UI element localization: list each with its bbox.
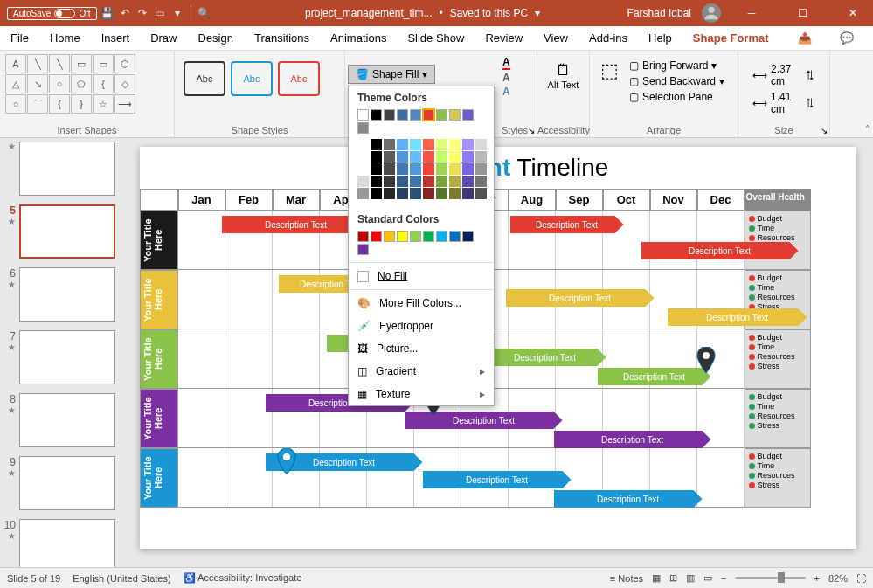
standard-swatch[interactable] [423,231,434,242]
shade-swatch[interactable] [462,151,474,163]
shade-swatch[interactable] [384,151,395,163]
fit-to-window-icon[interactable]: ⛶ [856,573,866,584]
shade-swatch[interactable] [384,188,395,199]
arrange-icon[interactable]: ⬚ [600,59,619,82]
timeline-bar[interactable]: Description Text [554,490,703,508]
zoom-level[interactable]: 82% [828,573,848,584]
reading-view-icon[interactable]: ▥ [686,572,695,584]
timeline-bar[interactable]: Description Text [510,216,624,233]
search-icon[interactable]: 🔍 [197,6,211,20]
timeline-bar[interactable]: Description Text [506,289,655,307]
menu-transitions[interactable]: Transitions [244,31,320,45]
comments-icon[interactable]: 💬 [829,31,864,45]
zoom-in-icon[interactable]: + [814,573,820,584]
theme-swatch[interactable] [397,109,408,121]
shade-swatch[interactable] [462,139,474,150]
shade-swatch[interactable] [449,163,461,175]
slideshow-icon[interactable]: ▭ [153,6,167,20]
menu-view[interactable]: View [533,31,579,45]
text-effects-icon[interactable]: A [502,86,510,98]
shade-swatch[interactable] [449,188,461,199]
standard-swatch[interactable] [357,244,369,255]
send-backward-button[interactable]: ▢ Send Backward ▾ [624,73,730,89]
share-icon[interactable]: 📤 [787,31,822,45]
zoom-out-icon[interactable]: − [721,573,726,584]
shade-swatch[interactable] [384,163,395,175]
theme-swatch[interactable] [462,109,474,121]
sorter-view-icon[interactable]: ⊞ [669,572,677,584]
shade-swatch[interactable] [397,188,408,199]
no-fill-item[interactable]: No Fill [349,265,494,287]
menu-animations[interactable]: Animations [320,31,397,45]
timeline-bar[interactable]: Description Text [598,368,711,385]
standard-swatch[interactable] [357,231,369,242]
shade-swatch[interactable] [436,188,447,199]
theme-swatch[interactable] [423,109,434,121]
selection-pane-button[interactable]: ▢ Selection Pane [624,89,730,105]
gradient-item[interactable]: ◫Gradient▸ [349,360,494,383]
shade-swatch[interactable] [371,163,382,175]
shade-swatch[interactable] [449,176,461,187]
timeline-bar[interactable]: Description Text [554,431,711,448]
minimize-button[interactable]: ─ [731,0,772,26]
autosave-toggle[interactable]: AutoSaveOff [7,7,97,20]
shade-swatch[interactable] [371,151,382,163]
timeline-bar[interactable]: Description Text [484,349,606,366]
qat-more-icon[interactable]: ▾ [170,6,184,20]
standard-swatch[interactable] [449,231,461,242]
eyedropper-item[interactable]: 💉Eyedropper [349,315,494,337]
theme-swatch[interactable] [371,109,382,121]
normal-view-icon[interactable]: ▦ [652,572,661,584]
shade-swatch[interactable] [357,188,369,199]
timeline-bar[interactable]: Description Text [641,242,799,259]
text-outline-icon[interactable]: A [502,72,510,84]
timeline-bar[interactable]: Description Text [668,308,807,326]
alt-text-button[interactable]: 🗒 Alt Text [543,54,584,90]
shade-swatch[interactable] [436,139,447,150]
shade-swatch[interactable] [397,163,408,175]
accessibility-check[interactable]: ♿ Accessibility: Investigate [184,572,302,584]
menu-home[interactable]: Home [39,31,91,45]
bring-forward-button[interactable]: ▢ Bring Forward ▾ [624,58,730,73]
shade-swatch[interactable] [410,188,421,199]
shade-swatch[interactable] [423,139,434,150]
save-icon[interactable]: 💾 [100,6,114,20]
map-pin-icon[interactable] [276,448,297,474]
shade-swatch[interactable] [436,163,447,175]
shade-swatch[interactable] [475,188,487,199]
close-button[interactable]: ✕ [833,0,873,26]
theme-swatch[interactable] [410,109,421,121]
theme-swatch[interactable] [384,109,395,121]
shade-swatch[interactable] [475,151,487,163]
shade-swatch[interactable] [371,139,382,150]
slide-thumbnail[interactable] [19,393,115,447]
shade-swatch[interactable] [436,176,447,187]
menu-design[interactable]: Design [188,31,244,45]
theme-swatch[interactable] [436,109,447,121]
shade-swatch[interactable] [397,139,408,150]
user-name[interactable]: Farshad Iqbal [627,7,691,19]
shade-swatch[interactable] [423,176,434,187]
menu-draw[interactable]: Draw [140,31,187,45]
menu-review[interactable]: Review [475,31,533,45]
slideshow-view-icon[interactable]: ▭ [703,572,712,584]
shade-swatch[interactable] [357,163,369,175]
menu-help[interactable]: Help [638,31,682,45]
width-input[interactable]: ⟷ 1.41 cm ⮁ [747,89,821,117]
more-fill-colors-item[interactable]: 🎨More Fill Colors... [349,292,494,315]
shade-swatch[interactable] [357,176,369,187]
shade-swatch[interactable] [410,139,421,150]
slide-count[interactable]: Slide 5 of 19 [7,573,60,584]
shade-swatch[interactable] [384,176,395,187]
shape-styles-gallery[interactable]: Abc Abc Abc [180,54,339,103]
standard-swatch[interactable] [436,231,447,242]
slide-thumbnail[interactable] [19,330,115,384]
shade-swatch[interactable] [397,176,408,187]
menu-insert[interactable]: Insert [91,31,141,45]
shade-swatch[interactable] [371,188,382,199]
slide-thumbnail[interactable] [19,456,115,510]
menu-shape-format[interactable]: Shape Format [682,31,779,45]
slide-thumbnail[interactable] [19,519,115,567]
timeline-bar[interactable]: Description Text [423,471,572,488]
shade-swatch[interactable] [410,163,421,175]
